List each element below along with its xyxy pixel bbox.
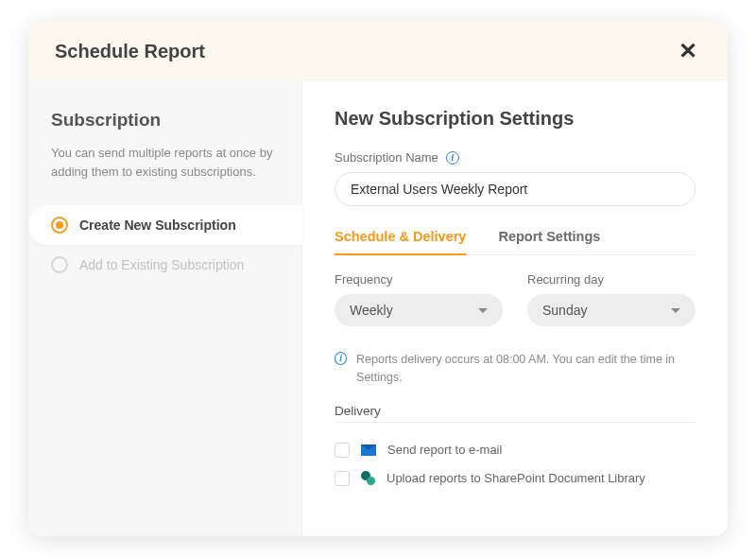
delivery-section-label: Delivery	[335, 404, 696, 418]
main-title: New Subscription Settings	[335, 108, 696, 130]
settings-tabs: Schedule & Delivery Report Settings	[335, 229, 696, 255]
frequency-control: Frequency Weekly	[335, 272, 503, 326]
option-label: Create New Subscription	[79, 218, 236, 233]
main-panel: New Subscription Settings Subscription N…	[302, 81, 728, 536]
delivery-time-note: i Reports delivery occurs at 08:00 AM. Y…	[335, 351, 696, 387]
mail-icon	[361, 444, 376, 456]
modal-title: Schedule Report	[55, 41, 205, 62]
info-icon: i	[335, 352, 347, 365]
sidebar-description: You can send multiple reports at once by…	[51, 144, 279, 181]
delivery-time-text: Reports delivery occurs at 08:00 AM. You…	[356, 351, 696, 387]
subscription-name-input[interactable]	[335, 172, 696, 206]
option-label: Add to Existing Subscription	[79, 257, 244, 272]
modal-body: Subscription You can send multiple repor…	[28, 81, 728, 536]
tab-schedule-delivery[interactable]: Schedule & Delivery	[335, 229, 466, 255]
recurring-day-select[interactable]: Sunday	[527, 294, 696, 326]
info-icon[interactable]: i	[446, 151, 459, 165]
frequency-select[interactable]: Weekly	[335, 294, 503, 326]
sharepoint-icon	[361, 471, 375, 485]
close-icon: ✕	[679, 38, 697, 63]
modal-header: Schedule Report ✕	[28, 21, 728, 81]
frequency-label: Frequency	[335, 272, 503, 287]
sidebar-options: Create New Subscription Add to Existing …	[28, 205, 301, 285]
subscription-name-label-row: Subscription Name i	[335, 150, 696, 165]
checkbox-email[interactable]	[335, 443, 350, 458]
close-button[interactable]: ✕	[675, 40, 701, 62]
delivery-email-label: Send report to e-mail	[387, 443, 502, 457]
sidebar-title: Subscription	[51, 110, 279, 131]
recurring-day-control: Recurring day Sunday	[527, 272, 696, 326]
tab-report-settings[interactable]: Report Settings	[498, 229, 600, 255]
sidebar: Subscription You can send multiple repor…	[28, 81, 302, 536]
schedule-report-modal: Schedule Report ✕ Subscription You can s…	[28, 21, 728, 536]
subscription-name-label: Subscription Name	[335, 150, 438, 165]
chevron-down-icon	[671, 308, 680, 313]
delivery-sharepoint-label: Upload reports to SharePoint Document Li…	[387, 471, 645, 485]
schedule-controls: Frequency Weekly Recurring day Sunday	[335, 272, 696, 326]
recurring-day-label: Recurring day	[527, 272, 696, 287]
checkbox-sharepoint[interactable]	[335, 471, 350, 486]
frequency-value: Weekly	[350, 303, 393, 318]
radio-unselected-icon	[51, 256, 68, 273]
delivery-sharepoint-row[interactable]: Upload reports to SharePoint Document Li…	[335, 464, 696, 493]
chevron-down-icon	[478, 308, 488, 313]
divider	[335, 422, 696, 423]
recurring-day-value: Sunday	[542, 303, 587, 318]
option-create-new-subscription[interactable]: Create New Subscription	[28, 205, 302, 245]
option-add-to-existing-subscription[interactable]: Add to Existing Subscription	[28, 245, 301, 285]
radio-selected-icon	[51, 217, 68, 234]
delivery-email-row[interactable]: Send report to e-mail	[335, 436, 696, 464]
